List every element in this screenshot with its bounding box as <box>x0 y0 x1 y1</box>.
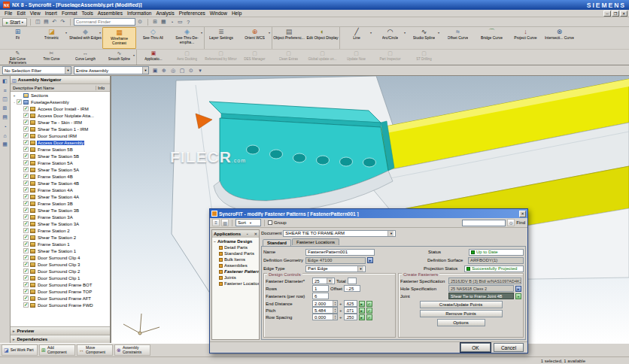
find-icon[interactable]: ⊙ <box>507 219 515 226</box>
tree-row[interactable]: - FuselageAssembly <box>11 99 110 105</box>
app-tree-root[interactable]: − Airframe Design <box>212 238 259 244</box>
tree-row[interactable]: Frame Station 5B <box>11 146 110 153</box>
quickbar-icon[interactable]: ▦ <box>160 18 168 26</box>
component-checkbox[interactable] <box>23 147 29 152</box>
component-checkbox[interactable] <box>17 99 22 105</box>
tree-row[interactable]: Door Surround IRM <box>11 132 110 139</box>
ribbon-button[interactable]: ▢ Global update on... <box>305 50 339 65</box>
component-checkbox[interactable] <box>23 167 29 172</box>
dialog-tab[interactable]: Fastener Locations <box>292 238 339 245</box>
ribbon-button[interactable]: ▢ DES Manager <box>238 50 272 65</box>
value-spinner[interactable]: 5.484▴▾ <box>312 307 338 314</box>
menu-item[interactable]: Preferences <box>177 11 208 16</box>
command-finder-search-icon[interactable]: ⊙ <box>136 18 144 26</box>
component-checkbox[interactable] <box>23 208 29 213</box>
ribbon-button[interactable]: ⊕ ▾ Orient WCS <box>238 27 272 49</box>
filterbar-icon[interactable]: ▾ <box>196 67 204 74</box>
app-tree-item[interactable]: Bulk Items <box>212 256 259 262</box>
sort-select[interactable]: Sort ▼ <box>235 219 261 226</box>
component-checkbox[interactable] <box>23 140 29 145</box>
component-checkbox[interactable] <box>23 296 29 301</box>
pin-icon[interactable]: ▪ <box>247 232 248 236</box>
filterbar-icon[interactable]: ⊕ <box>160 67 168 74</box>
component-checkbox[interactable] <box>23 201 29 206</box>
fasteners-per-row-field[interactable]: 6 <box>312 293 329 299</box>
menu-item[interactable]: Tools <box>80 11 96 16</box>
create-fasteners-action-button[interactable]: Create/Update Points <box>420 301 503 308</box>
apply-button[interactable]: ✓ <box>366 301 372 307</box>
value-spinner[interactable]: 0.000▴▾ <box>312 314 338 320</box>
name-field[interactable]: FastenerPattern001 <box>305 249 375 256</box>
ribbon-button[interactable]: ↔ Curve Length <box>68 50 102 65</box>
component-checkbox[interactable] <box>23 180 29 186</box>
tree-row[interactable]: Shear Tie Station 5B <box>11 153 110 159</box>
ribbon-button[interactable]: ▢ Clean Extras <box>272 50 305 65</box>
lock-button[interactable]: ▸ <box>359 308 365 314</box>
edge-type-select[interactable]: Part Edge▼ <box>305 265 366 272</box>
menu-item[interactable]: Insert <box>43 11 59 16</box>
component-checkbox[interactable] <box>23 113 29 118</box>
component-checkbox[interactable] <box>23 221 29 226</box>
tree-row[interactable]: Shear Tie Station 1 <box>11 247 110 254</box>
rows-field[interactable]: 1 <box>312 285 329 292</box>
preview-section-header[interactable]: ▸ Preview <box>11 326 110 335</box>
ribbon-button[interactable]: ▣ Applicatio... <box>136 50 170 65</box>
tree-row[interactable]: Door Surround Frame TOP <box>11 288 110 295</box>
component-checkbox[interactable] <box>23 235 29 240</box>
component-checkbox[interactable] <box>17 93 22 98</box>
total-checkbox[interactable] <box>348 278 357 284</box>
navigator-tab-icon[interactable]: ⊞ <box>1 105 9 112</box>
ribbon-button[interactable]: ✂ Trim Curve <box>35 50 68 65</box>
document-select[interactable]: SHEAR TIE TO FRAME ARM ▼ <box>283 230 396 237</box>
component-checkbox[interactable] <box>23 282 29 287</box>
ribbon-button[interactable]: ≈ Offset Curve <box>441 27 475 49</box>
app-tree-item[interactable]: Fastener Patterns <box>212 268 259 275</box>
apply-button[interactable]: ✓ <box>366 308 372 314</box>
dialog-titlebar[interactable]: SyncroFIT - modify Fastener Patterns [ F… <box>210 209 527 218</box>
adjust-field[interactable]: .250 <box>344 314 357 320</box>
tree-row[interactable]: Shear Tie Station 4B <box>11 180 110 187</box>
quickbar-icon[interactable]: ◔ <box>168 18 176 26</box>
ribbon-button[interactable]: ◆ ▾ Shaded with Edges <box>68 27 102 49</box>
tree-row[interactable]: Door Surround Clip 2 <box>11 268 110 275</box>
selection-scope-select[interactable]: Entire Assembly ▼ <box>74 66 149 74</box>
ribbon-button[interactable]: ▢ ST Drilling <box>407 50 441 65</box>
component-checkbox[interactable] <box>23 302 29 308</box>
ribbon-button[interactable]: ⊞ Fit <box>1 27 35 49</box>
navigator-tab-icon[interactable]: ◫ <box>1 96 9 103</box>
ribbon-button[interactable]: ∿ ▾ Smooth Spline <box>102 50 136 65</box>
create-fasteners-action-button[interactable]: Options <box>437 319 485 326</box>
tree-row[interactable]: Frame Station 4B <box>11 173 110 180</box>
tree-row[interactable]: Shear Tie Station 3A <box>11 220 110 227</box>
ribbon-button[interactable]: ≣ Layer Settings <box>204 27 238 49</box>
ribbon-button[interactable]: ▦ Wireframe Contrast <box>102 27 136 49</box>
tree-row[interactable]: Frame Station 4A <box>11 187 110 193</box>
tree-row[interactable]: Door Surround Frame BOT <box>11 281 110 288</box>
menu-item[interactable]: Analysis <box>153 11 176 16</box>
component-checkbox[interactable] <box>23 268 29 274</box>
ribbon-button[interactable]: ◈ ▾ See-Thru De-empha... <box>170 27 204 49</box>
create-fasteners-action-button[interactable]: Remove Points <box>420 310 503 317</box>
hole-spec-browse-button[interactable]: ▸ <box>515 286 521 292</box>
ribbon-button[interactable]: ◪ ▾ Trimetric <box>35 27 68 49</box>
app-tree-item[interactable]: Assemblies <box>212 262 259 268</box>
tree-row[interactable]: Door Surround Clip 3 <box>11 261 110 268</box>
navigator-tab-icon[interactable]: ⌂ <box>1 132 9 139</box>
tree-row[interactable]: Frame Station 3B <box>11 200 110 207</box>
tree-row[interactable]: Shear Tie Station 4A <box>11 193 110 200</box>
component-checkbox[interactable] <box>23 174 29 179</box>
component-checkbox[interactable] <box>23 241 29 247</box>
menu-item[interactable]: Assemblies <box>96 11 125 16</box>
tree-row[interactable]: Shear Tie Station 1 - IRM <box>11 126 110 132</box>
navigator-tab-icon[interactable]: ▦ <box>1 141 9 148</box>
component-checkbox[interactable] <box>23 187 29 193</box>
ribbon-button[interactable]: ⊗ Intersecti... Curve <box>542 27 576 49</box>
menu-item[interactable]: File <box>2 11 14 16</box>
add-joint-button[interactable]: + <box>515 293 521 299</box>
ribbon-button[interactable]: ╱ ▾ Line <box>339 27 373 49</box>
component-checkbox[interactable] <box>23 106 29 111</box>
tree-row[interactable]: Shear Tie Station 2 <box>11 234 110 241</box>
filterbar-icon[interactable]: ▣ <box>151 67 159 74</box>
component-checkbox[interactable] <box>23 120 29 125</box>
joint-field[interactable]: Shear Tie to Frame Joint 4B <box>448 293 514 299</box>
